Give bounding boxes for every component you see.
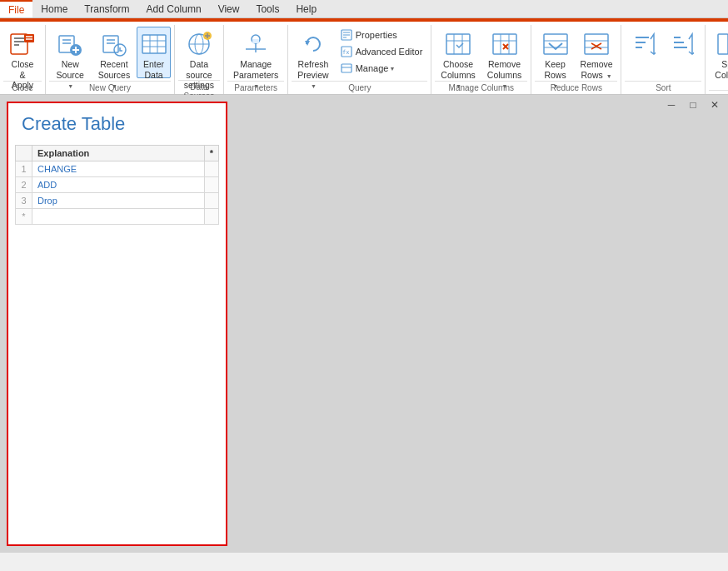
ribbon-group-query-content: RefreshPreview ▼ Properties xyxy=(292,27,427,79)
data-source-settings-icon xyxy=(186,31,212,57)
split-column-icon xyxy=(716,31,728,57)
remove-columns-icon xyxy=(491,31,518,57)
ribbon-group-data-sources-content: Data sourcesettings xyxy=(178,27,220,78)
svg-marker-32 xyxy=(305,41,310,46)
svg-rect-17 xyxy=(142,35,166,53)
sort-descending-button[interactable] xyxy=(663,27,701,78)
table-row: 1 CHANGE xyxy=(16,161,219,177)
ribbon-group-transform-content: SplitColumn ▼ xyxy=(709,27,728,88)
ribbon-group-reduce-rows-content: KeepRows ▼ RemoveRows ▼ xyxy=(535,27,617,79)
sort-descending-icon xyxy=(669,31,696,57)
remove-rows-label: RemoveRows ▼ xyxy=(581,59,613,80)
ribbon-group-reduce-rows: KeepRows ▼ RemoveRows ▼ Reduce Rows xyxy=(531,25,621,94)
new-source-button[interactable]: NewSource ▼ xyxy=(49,27,92,78)
menu-item-add-column[interactable]: Add Column xyxy=(138,0,210,17)
row-3-star xyxy=(204,193,218,209)
row-new-explanation[interactable] xyxy=(32,209,205,225)
close-button[interactable]: ✕ xyxy=(705,97,725,113)
remove-columns-button[interactable]: RemoveColumns ▼ xyxy=(481,27,527,78)
ribbon-group-reduce-rows-label: Reduce Rows xyxy=(535,81,617,94)
ribbon-group-query: RefreshPreview ▼ Properties xyxy=(288,25,431,94)
split-column-label: SplitColumn ▼ xyxy=(715,59,728,91)
table-row: 3 Drop xyxy=(16,193,219,209)
keep-rows-button[interactable]: KeepRows ▼ xyxy=(535,27,576,78)
menu-item-file[interactable]: File xyxy=(0,0,32,17)
ribbon-col-query-small: Properties fx Advanced Editor xyxy=(335,27,428,77)
row-3-explanation[interactable]: Drop xyxy=(32,193,205,209)
ribbon-group-sort: Sort xyxy=(621,25,706,94)
maximize-button[interactable]: □ xyxy=(683,97,703,113)
refresh-preview-button[interactable]: RefreshPreview ▼ xyxy=(292,27,334,78)
ribbon-group-parameters-content: ManageParameters ▼ xyxy=(227,27,284,79)
row-2-explanation[interactable]: ADD xyxy=(32,177,205,193)
split-column-button[interactable]: SplitColumn ▼ xyxy=(709,27,728,78)
ribbon-group-close-label: Close xyxy=(3,81,42,94)
menu-item-home[interactable]: Home xyxy=(32,0,76,17)
table-row: 2 ADD xyxy=(16,177,219,193)
svg-rect-51 xyxy=(544,34,567,54)
remove-rows-button[interactable]: RemoveRows ▼ xyxy=(576,27,617,78)
manage-dropdown-arrow: ▼ xyxy=(389,66,395,72)
choose-columns-button[interactable]: ChooseColumns ▼ xyxy=(435,27,481,78)
ribbon-group-new-query: NewSource ▼ RecentSources ▼ xyxy=(46,25,175,94)
svg-rect-13 xyxy=(103,36,118,52)
menu-item-view[interactable]: View xyxy=(210,0,248,17)
manage-parameters-button[interactable]: ManageParameters ▼ xyxy=(227,27,284,78)
properties-label: Properties xyxy=(356,30,397,40)
manage-label: Manage xyxy=(356,63,389,73)
create-table-title: Create Table xyxy=(8,103,226,142)
remove-rows-icon xyxy=(583,31,610,57)
ribbon-group-close: Close &Apply ▼ Close xyxy=(0,25,46,94)
new-source-icon xyxy=(57,31,83,57)
advanced-editor-button[interactable]: fx Advanced Editor xyxy=(335,43,428,60)
ribbon-group-transform: SplitColumn ▼ xyxy=(706,25,728,94)
properties-icon xyxy=(340,28,353,42)
svg-rect-39 xyxy=(342,64,352,72)
menu-item-help[interactable]: Help xyxy=(287,0,325,17)
close-apply-icon xyxy=(9,31,36,57)
recent-sources-button[interactable]: RecentSources ▼ xyxy=(92,27,137,78)
svg-rect-65 xyxy=(718,34,728,54)
sort-ascending-icon xyxy=(631,31,657,57)
row-new-star xyxy=(204,209,218,225)
enter-data-button[interactable]: EnterData xyxy=(137,27,170,78)
advanced-editor-icon: fx xyxy=(340,45,353,58)
row-1-explanation[interactable]: CHANGE xyxy=(32,161,205,177)
svg-rect-4 xyxy=(24,34,34,42)
menu-item-transform[interactable]: Transform xyxy=(76,0,137,17)
manage-button[interactable]: Manage ▼ xyxy=(335,60,428,77)
ribbon-group-transform-label xyxy=(709,90,728,94)
minimize-button[interactable]: ─ xyxy=(661,97,681,113)
ribbon-group-sort-content xyxy=(625,27,701,79)
ribbon-group-manage-columns-label: Manage Columns xyxy=(435,81,527,94)
close-apply-button[interactable]: Close &Apply ▼ xyxy=(3,27,42,78)
manage-icon xyxy=(340,62,353,75)
properties-button[interactable]: Properties xyxy=(335,27,428,43)
ribbon-group-query-label: Query xyxy=(292,81,427,94)
ribbon-group-close-content: Close &Apply ▼ xyxy=(3,27,42,79)
row-1-star xyxy=(204,161,218,177)
svg-rect-41 xyxy=(446,34,470,54)
table-row-new: * xyxy=(16,209,219,225)
ribbon-group-parameters: ManageParameters ▼ Parameters xyxy=(224,25,288,94)
main-content: ─ □ ✕ Create Table Explanation * 1 CHANG… xyxy=(0,95,728,553)
choose-columns-icon xyxy=(445,31,471,57)
data-source-settings-button[interactable]: Data sourcesettings xyxy=(178,27,220,78)
svg-rect-54 xyxy=(585,34,608,54)
col-header-star: * xyxy=(204,146,218,161)
create-table-data: Explanation * 1 CHANGE 2 ADD 3 Drop xyxy=(15,145,219,225)
keep-rows-icon xyxy=(542,31,569,57)
ribbon-group-data-sources: Data sourcesettings Data Sources xyxy=(175,25,224,94)
ribbon-group-parameters-label: Parameters xyxy=(227,81,284,94)
advanced-editor-label: Advanced Editor xyxy=(356,47,423,57)
menu-item-tools[interactable]: Tools xyxy=(247,0,287,17)
enter-data-icon xyxy=(141,31,167,57)
row-num-3: 3 xyxy=(16,193,32,209)
svg-rect-45 xyxy=(493,34,516,54)
row-num-2: 2 xyxy=(16,177,32,193)
svg-text:fx: fx xyxy=(342,49,349,56)
sort-ascending-button[interactable] xyxy=(625,27,663,78)
refresh-preview-icon xyxy=(300,31,327,57)
window-controls: ─ □ ✕ xyxy=(661,97,725,113)
ribbon-group-sort-label: Sort xyxy=(625,81,701,94)
